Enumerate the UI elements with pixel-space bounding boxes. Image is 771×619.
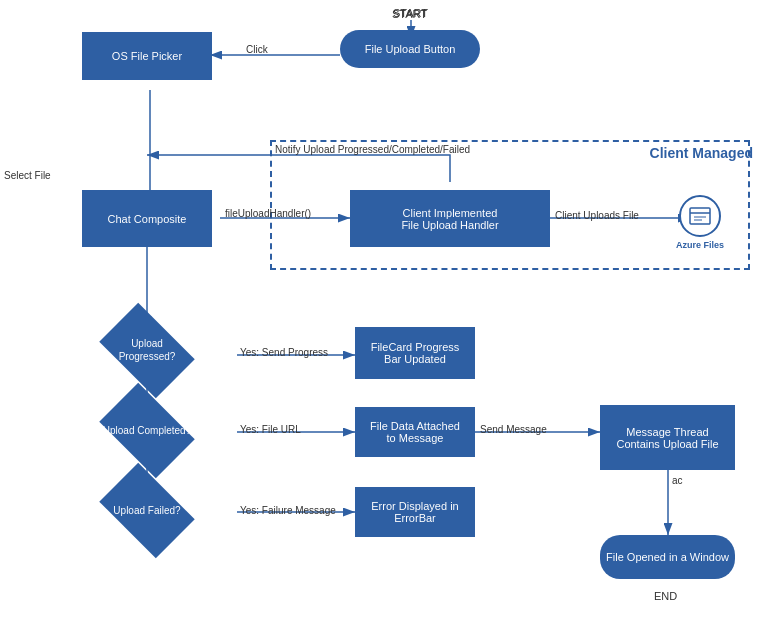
start-text: START xyxy=(393,7,428,19)
error-displayed-box: Error Displayed in ErrorBar xyxy=(355,487,475,537)
click-label: Click xyxy=(246,44,268,55)
upload-progressed-diamond: Upload Progressed? xyxy=(102,320,192,380)
yes-file-url-label: Yes: File URL xyxy=(240,424,301,435)
client-implemented-box: Client Implemented File Upload Handler xyxy=(350,190,550,247)
chat-composite-box: Chat Composite xyxy=(82,190,212,247)
azure-files-label: Azure Files xyxy=(676,240,724,250)
file-upload-handler-label: fileUploadHandler() xyxy=(225,208,311,219)
azure-circle xyxy=(679,195,721,237)
end-label: END xyxy=(654,590,677,602)
os-file-picker-box: OS File Picker xyxy=(82,32,212,80)
ac-label: ac xyxy=(672,475,683,486)
diagram: START File Upload Button OS File Picker … xyxy=(0,0,771,619)
message-thread-box: Message Thread Contains Upload File xyxy=(600,405,735,470)
upload-completed-text: Upload Completed? xyxy=(103,424,191,437)
filecard-progress-box: FileCard Progress Bar Updated xyxy=(355,327,475,379)
file-opened-window-box: File Opened in a Window xyxy=(600,535,735,579)
notify-upload-label: Notify Upload Progressed/Completed/Faile… xyxy=(275,144,470,155)
client-managed-label: Client Managed xyxy=(650,145,753,161)
azure-svg xyxy=(686,202,714,230)
yes-failure-message-label: Yes: Failure Message xyxy=(240,505,336,516)
select-file-label: Select File xyxy=(4,170,51,181)
svg-rect-16 xyxy=(690,208,710,224)
upload-completed-diamond: Upload Completed? xyxy=(102,400,192,460)
azure-files-icon: Azure Files xyxy=(676,195,724,250)
upload-failed-text: Upload Failed? xyxy=(113,504,180,517)
client-uploads-label: Client Uploads File xyxy=(555,210,639,221)
file-data-attached-box: File Data Attached to Message xyxy=(355,407,475,457)
send-message-label: Send Message xyxy=(480,424,547,435)
file-upload-button: File Upload Button xyxy=(340,30,480,68)
upload-failed-diamond: Upload Failed? xyxy=(102,480,192,540)
upload-progressed-text: Upload Progressed? xyxy=(102,337,192,363)
yes-send-progress-label: Yes: Send Progress xyxy=(240,347,328,358)
